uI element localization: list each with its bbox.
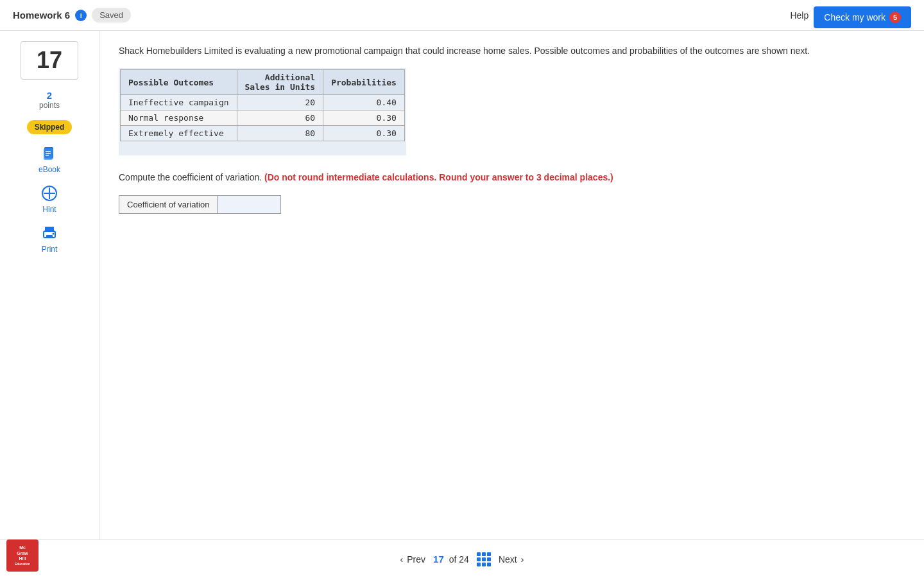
svg-rect-2 — [46, 151, 51, 152]
question-text: Shack Homebuilders Limited is evaluating… — [119, 44, 905, 58]
hint-icon — [40, 184, 58, 202]
skipped-badge[interactable]: Skipped — [27, 120, 73, 134]
of-total: of 24 — [449, 554, 469, 565]
coefficient-input[interactable] — [217, 195, 281, 214]
mcgraw-hill-logo: Mc Graw Hill Education — [6, 539, 38, 572]
prob-cell: 0.40 — [323, 95, 405, 110]
logo-line4: Education — [15, 562, 30, 566]
footer: ‹ Prev 17 of 24 Next › — [0, 539, 924, 578]
page-info: 17 of 24 — [433, 554, 469, 565]
col-header-outcomes: Possible Outcomes — [121, 70, 237, 95]
next-button[interactable]: Next › — [499, 554, 524, 565]
points-section: 2 points — [39, 90, 60, 110]
grid-dot-4 — [477, 557, 481, 561]
sales-cell: 60 — [237, 110, 323, 126]
sales-cell: 20 — [237, 95, 323, 110]
points-label: points — [39, 101, 60, 110]
question-number-box: 17 — [21, 41, 78, 80]
data-table-wrapper: Possible Outcomes AdditionalSales in Uni… — [119, 68, 406, 155]
prev-button[interactable]: ‹ Prev — [400, 554, 425, 565]
prob-cell: 0.30 — [323, 126, 405, 141]
data-table: Possible Outcomes AdditionalSales in Uni… — [120, 69, 405, 141]
sales-cell: 80 — [237, 126, 323, 141]
question-number: 17 — [37, 47, 62, 74]
grid-dot-3 — [487, 552, 491, 556]
print-icon — [40, 224, 58, 242]
table-row: Ineffective campaign 20 0.40 — [121, 95, 405, 110]
col-header-sales: AdditionalSales in Units — [237, 70, 323, 95]
print-tool[interactable]: Print — [40, 224, 58, 254]
table-row: Normal response 60 0.30 — [121, 110, 405, 126]
answer-row: Coefficient of variation — [119, 195, 905, 214]
header-left: Homework 6 i Saved — [13, 8, 131, 22]
svg-point-11 — [53, 233, 55, 235]
logo-line1: Mc — [19, 545, 26, 550]
print-label: Print — [42, 245, 58, 254]
help-link[interactable]: Help — [790, 10, 809, 21]
prev-chevron-icon: ‹ — [400, 554, 404, 565]
info-icon[interactable]: i — [75, 10, 87, 21]
hint-label: Hint — [42, 205, 56, 214]
outcome-cell: Extremely effective — [121, 126, 237, 141]
ebook-icon — [40, 144, 58, 162]
check-work-button[interactable]: Check my work 5 — [814, 6, 911, 28]
check-work-container: Check my work 5 — [814, 6, 911, 28]
svg-rect-4 — [46, 155, 49, 156]
svg-rect-1 — [44, 148, 53, 160]
outcome-cell: Normal response — [121, 110, 237, 126]
grid-dot-6 — [487, 557, 491, 561]
grid-dot-7 — [477, 563, 481, 566]
outcome-cell: Ineffective campaign — [121, 95, 237, 110]
table-row: Extremely effective 80 0.30 — [121, 126, 405, 141]
main-layout: 17 2 points Skipped eBook — [0, 31, 924, 539]
sidebar: 17 2 points Skipped eBook — [0, 31, 99, 539]
col-header-prob: Probabilities — [323, 70, 405, 95]
grid-dot-2 — [482, 552, 486, 556]
content-area: Shack Homebuilders Limited is evaluating… — [99, 31, 924, 539]
saved-badge: Saved — [92, 8, 131, 22]
grid-dot-5 — [482, 557, 486, 561]
check-badge-count: 5 — [889, 12, 901, 23]
logo-line2: Graw — [17, 551, 28, 556]
check-work-label: Check my work — [824, 12, 886, 22]
homework-title: Homework 6 — [13, 10, 70, 21]
instruction-red: (Do not round intermediate calculations.… — [264, 172, 613, 182]
grid-dot-1 — [477, 552, 481, 556]
prob-cell: 0.30 — [323, 110, 405, 126]
coefficient-label: Coefficient of variation — [119, 195, 217, 214]
ebook-label: eBook — [38, 165, 60, 174]
footer-center: ‹ Prev 17 of 24 Next › — [400, 552, 524, 566]
hint-tool[interactable]: Hint — [40, 184, 58, 214]
svg-rect-10 — [46, 235, 53, 238]
logo-line3: Hill — [19, 556, 26, 561]
grid-dot-9 — [487, 563, 491, 566]
points-value: 2 — [39, 90, 60, 101]
prev-label: Prev — [407, 554, 425, 565]
compute-text: Compute the coefficient of variation. (D… — [119, 170, 905, 184]
grid-icon[interactable] — [477, 552, 491, 566]
current-page: 17 — [433, 554, 444, 565]
next-label: Next — [499, 554, 517, 565]
svg-rect-3 — [46, 153, 51, 154]
compute-text-main: Compute the coefficient of variation. — [119, 172, 262, 182]
grid-dot-8 — [482, 563, 486, 566]
next-chevron-icon: › — [521, 554, 524, 565]
ebook-tool[interactable]: eBook — [38, 144, 60, 174]
header: Homework 6 i Saved Help Save & Exit Subm… — [0, 0, 924, 31]
